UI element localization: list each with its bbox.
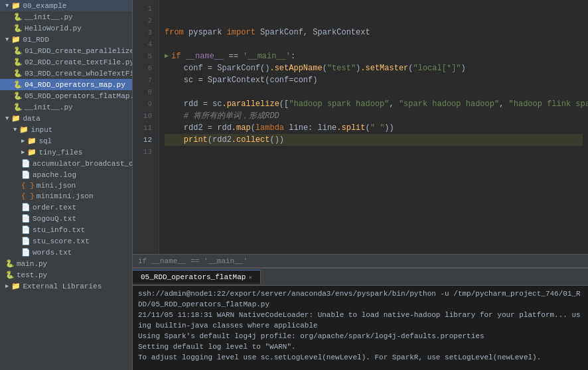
indent-9 — [165, 98, 184, 110]
folder-icon-data: 📁 — [11, 114, 21, 123]
sidebar-item-minimini[interactable]: { } minimini.json — [0, 191, 132, 202]
code-line-1 — [165, 3, 583, 15]
sc-9: sc — [212, 98, 222, 110]
folder-icon-tinyfiles: 📁 — [27, 148, 37, 156]
method-parallelize: .parallelize — [222, 98, 279, 110]
py-icon-04rddoperators: 🐍 — [13, 80, 23, 89]
ln-10: 10 — [133, 110, 155, 122]
txt-icon-stuscore: 📄 — [21, 237, 31, 245]
sidebar-item-testpy[interactable]: 🐍 test.py — [0, 269, 132, 280]
sidebar-item-02rddcreate[interactable]: 🐍 02_RDD_create_textFile.py — [0, 56, 132, 68]
sidebar-item-accumulator[interactable]: 📄 accumulator_broadcast_data.txt — [0, 158, 132, 169]
txt-icon-words: 📄 — [21, 248, 31, 257]
method-setappname: .setAppName — [269, 62, 322, 74]
sidebar-item-input[interactable]: 📁 input — [0, 124, 132, 135]
sidebar-item-words[interactable]: 📄 words.txt — [0, 247, 132, 258]
eq-7: = — [198, 74, 207, 86]
sidebar-item-sogou[interactable]: 📄 SogouQ.txt — [0, 213, 132, 224]
terminal-tab-label: 05_RDD_operators_flatMap — [141, 273, 246, 281]
sidebar-label-minimini: minimini.json — [37, 192, 94, 200]
sidebar-label-01rddcreate: 01_RDD_create_parallelize.py — [25, 47, 133, 55]
py-icon-03rddcreate: 🐍 — [13, 69, 23, 78]
sidebar-item-data[interactable]: 📁 data — [0, 113, 132, 124]
sidebar-item-04rddoperators[interactable]: 🐍 04_RDD_operators_map.py — [0, 79, 132, 90]
code-line-5: ▶ if __name__ == '__main__': — [165, 50, 583, 62]
ln-13: 13 — [133, 146, 155, 158]
method-setmaster: .setMaster — [360, 62, 408, 74]
sidebar-item-01rddcreate[interactable]: 🐍 01_RDD_create_parallelize.py — [0, 45, 132, 56]
var-rdd2: rdd2 — [184, 122, 208, 134]
code-line-8 — [165, 86, 583, 98]
eq-11: = — [208, 122, 217, 134]
paren-11a: ( — [251, 122, 256, 134]
sidebar-item-external[interactable]: 📁 External Libraries — [0, 280, 132, 292]
sidebar-item-stuscore[interactable]: 📄 stu_score.txt — [0, 235, 132, 247]
sidebar-label-input: input — [31, 126, 52, 134]
sidebar-item-ordertxt[interactable]: 📄 order.text — [0, 202, 132, 213]
sidebar-item-init2[interactable]: 🐍 __init__.py — [0, 101, 132, 113]
colon: : — [291, 50, 295, 62]
line-numbers: 1 2 3 4 5 6 7 8 9 10 11 12 13 — [133, 0, 159, 254]
ln-1: 1 — [133, 3, 155, 15]
ln-3: 3 — [133, 27, 155, 38]
sidebar-item-init1[interactable]: 🐍 __init__.py — [0, 11, 132, 23]
indent-12 — [165, 134, 184, 146]
code-area[interactable]: 1 2 3 4 5 6 7 8 9 10 11 12 13 — [133, 0, 588, 254]
str-hs3: "hadoop flink spark" — [509, 98, 588, 110]
method-collect: .collect — [232, 134, 270, 146]
folder-arrow-external — [5, 282, 9, 290]
sidebar-item-mainpy[interactable]: 🐍 main.py — [0, 258, 132, 269]
paren-7a: ( — [265, 74, 269, 86]
py-icon-01rddcreate: 🐍 — [13, 46, 23, 55]
var-rdd: rdd — [184, 98, 203, 110]
paren-12a: ( — [208, 134, 212, 146]
sidebar-item-apachelog[interactable]: 📄 apache.log — [0, 169, 132, 180]
code-line-2 — [165, 15, 583, 27]
sidebar-item-01rdd[interactable]: 📁 01_RDD — [0, 34, 132, 45]
log-icon-apache: 📄 — [21, 170, 31, 179]
sidebar-item-sql[interactable]: 📁 sql — [0, 135, 132, 147]
eq-conf: = — [289, 74, 293, 86]
sidebar-label-stuinfo: stu_info.txt — [33, 226, 85, 234]
status-bar: if __name__ == '__main__' — [133, 254, 588, 267]
sidebar-item-helloworld[interactable]: 🐍 HelloWorld.py — [0, 23, 132, 34]
sidebar-item-stuinfo[interactable]: 📄 stu_info.txt — [0, 224, 132, 235]
fn-print: print — [184, 134, 208, 146]
py-icon-05rddoperators: 🐍 — [13, 92, 23, 100]
terminal-tab-active[interactable]: 05_RDD_operators_flatMap ✕ — [133, 270, 261, 284]
ln-6: 6 — [133, 62, 155, 74]
sidebar-label-05rddoperators: 05_RDD_operators_flatMap.py — [25, 92, 133, 100]
sidebar-label-accumulator: accumulator_broadcast_data.txt — [33, 160, 133, 168]
str-hs2: "spark hadoop hadoop" — [399, 98, 499, 110]
sidebar-label-ordertxt: order.text — [33, 204, 76, 212]
paren-6e: ) — [461, 62, 466, 74]
sidebar-item-tinyfiles[interactable]: 📁 tiny_files — [0, 147, 132, 158]
kw-lambda: lambda — [256, 122, 289, 134]
main-container: 📁 00_example 🐍 __init__.py 🐍 HelloWorld.… — [0, 0, 588, 370]
code-line-12: print(rdd2.collect()) — [165, 134, 583, 146]
str-test: "test" — [327, 62, 356, 74]
sidebar-item-minijson[interactable]: { } mini.json — [0, 180, 132, 191]
sidebar-label-external: External Libraries — [23, 282, 102, 290]
terminal-line-output: [['hadoop', 'spark', 'hadoop'], ['spark'… — [138, 363, 583, 370]
str-space: " " — [370, 122, 385, 134]
comment-10: # 将所有的单词，形成RDD — [165, 110, 279, 122]
code-editor[interactable]: from pyspark import SparkConf, SparkCont… — [159, 0, 588, 254]
json-icon-mini: { } — [21, 182, 35, 190]
cls-sparkcontext: SparkContext — [208, 74, 265, 86]
terminal-content[interactable]: ssh://admin@node1:22/export/server/anaco… — [133, 286, 588, 370]
sidebar-item-03rddcreate[interactable]: 🐍 03_RDD_create_wholeTextFile.py — [0, 68, 132, 79]
ln-9: 9 — [133, 98, 155, 110]
sidebar-item-00example[interactable]: 📁 00_example — [0, 0, 132, 11]
folder-arrow-01rdd — [5, 36, 9, 43]
terminal-close-btn[interactable]: ✕ — [248, 274, 252, 281]
sidebar-item-05rddoperators[interactable]: 🐍 05_RDD_operators_flatMap.py — [0, 90, 132, 101]
py-icon-init2: 🐍 — [13, 103, 23, 111]
folder-icon-sql: 📁 — [27, 137, 37, 145]
sidebar-label-02rddcreate: 02_RDD_create_textFile.py — [25, 58, 133, 66]
code-line-4 — [165, 38, 583, 50]
comma-9b: , — [499, 98, 508, 110]
ln-4: 4 — [133, 38, 155, 50]
eq-6: = — [208, 62, 217, 74]
editor-content: 1 2 3 4 5 6 7 8 9 10 11 12 13 — [133, 0, 588, 254]
